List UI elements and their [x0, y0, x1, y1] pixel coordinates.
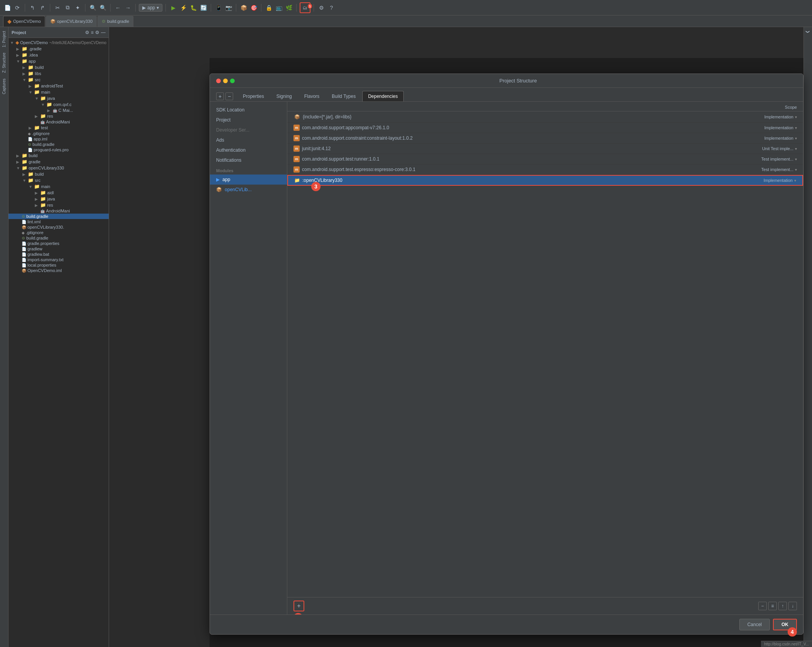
panel-collapse-icon[interactable]: —	[101, 30, 106, 35]
tab-opencvlibrary[interactable]: 📦 openCVLibrary330	[46, 16, 97, 27]
side-tab-captures[interactable]: Captures	[1, 76, 7, 97]
tree-item-opencvlib-main[interactable]: ▼ 📁 main	[9, 183, 109, 190]
toolbar-icon-copy[interactable]: ⧉	[63, 3, 72, 12]
tree-item-buildgradle-app[interactable]: ⚙ build.gradle	[9, 142, 109, 147]
tab-properties[interactable]: Properties	[237, 91, 270, 101]
dep-scope-0[interactable]: Implementation ▾	[739, 115, 797, 119]
dialog-maximize-btn[interactable]	[230, 79, 235, 83]
toolbar-icon-forward[interactable]: →	[124, 3, 132, 12]
toolbar-icon-settings[interactable]: ⚙	[317, 3, 326, 12]
tree-root[interactable]: ▼ ◆ OpenCVDemo ~/IntelliJIEADemo/OpenCVD…	[9, 39, 109, 46]
tree-item-localprop[interactable]: 📄 local.properties	[9, 262, 109, 268]
toolbar-icon-pkg[interactable]: 📦	[239, 3, 248, 12]
tree-item-opencvlib[interactable]: ▼ 📁 openCVLibrary330	[9, 165, 109, 171]
tree-item-idea[interactable]: ▶ 📁 .idea	[9, 52, 109, 58]
toolbar-icon-search1[interactable]: 🔍	[89, 3, 97, 12]
toolbar-icon-cut[interactable]: ✂	[53, 3, 62, 12]
nav-notifications[interactable]: Notifications	[210, 155, 287, 165]
tree-item-res[interactable]: ▶ 📁 res	[9, 113, 109, 119]
dep-row-6[interactable]: 📁 :openCVLibrary330 Implementation ▾ 3	[287, 175, 803, 186]
tree-item-opencvlib-build[interactable]: ▶ 📁 build	[9, 171, 109, 177]
tree-item-aidl[interactable]: ▶ 📁 aidl	[9, 190, 109, 196]
tree-item-lintxml[interactable]: 📄 lint.xml	[9, 219, 109, 224]
toolbar-run-btn[interactable]: ▶	[169, 3, 177, 12]
bottom-add-dependency-btn[interactable]: +	[293, 601, 304, 611]
tree-item-gradle-hidden[interactable]: ▶ 📁 .gradle	[9, 46, 109, 52]
toolbar-icon-sync[interactable]: ⟳	[13, 3, 22, 12]
tree-item-gradlew[interactable]: 📄 gradlew	[9, 246, 109, 252]
dialog-add-btn[interactable]: +	[216, 92, 224, 100]
bottom-nav-up-btn[interactable]: −	[758, 602, 767, 610]
tree-item-test[interactable]: ▶ 📁 test	[9, 125, 109, 131]
dialog-close-btn[interactable]	[216, 79, 221, 83]
toolbar-lightning-btn[interactable]: ⚡	[179, 3, 188, 12]
tab-build-types[interactable]: Build Types	[326, 91, 362, 101]
dep-row-3[interactable]: m junit:junit:4.12 Unit Test imple... ▾	[287, 144, 803, 154]
dep-scope-6[interactable]: Implementation ▾	[738, 178, 796, 183]
app-selector[interactable]: ▶ app ▾	[139, 4, 162, 12]
nav-authentication[interactable]: Authentication	[210, 145, 287, 155]
tree-item-app[interactable]: ▼ 📁 app	[9, 58, 109, 64]
dep-row-5[interactable]: m com.android.support.test.espresso:espr…	[287, 164, 803, 175]
nav-ads[interactable]: Ads	[210, 135, 287, 145]
toolbar-icon-lock[interactable]: 🔒	[264, 3, 273, 12]
dep-scope-2[interactable]: Implementation ▾	[739, 136, 797, 140]
bottom-nav-down-btn[interactable]: ≡	[768, 602, 777, 610]
dep-scope-3[interactable]: Unit Test imple... ▾	[739, 146, 797, 151]
tree-item-opencvlib-src[interactable]: ▼ 📁 src	[9, 177, 109, 183]
toolbar-reload-btn[interactable]: 🔄	[199, 3, 208, 12]
toolbar-icon-target[interactable]: 🎯	[249, 3, 258, 12]
toolbar-device-btn[interactable]: 📱	[214, 3, 223, 12]
tree-item-src[interactable]: ▼ 📁 src	[9, 77, 109, 83]
toolbar-camera-btn[interactable]: 📷	[224, 3, 233, 12]
nav-module-app[interactable]: ▶ app	[210, 175, 287, 185]
toolbar-icon-search2[interactable]: 🔍	[99, 3, 107, 12]
toolbar-icon-file[interactable]: 📄	[3, 3, 12, 12]
tree-item-appiml[interactable]: 📄 app.iml	[9, 136, 109, 142]
tree-item-opencvdemo-iml[interactable]: 📦 OpenCVDemo.iml	[9, 268, 109, 273]
toolbar-icon-back[interactable]: ←	[114, 3, 122, 12]
toolbar-icon-monitor[interactable]: 📺	[275, 3, 283, 12]
tree-item-build1[interactable]: ▶ 📁 build	[9, 64, 109, 70]
tree-item-gradleprop[interactable]: 📄 gradle.properties	[9, 241, 109, 246]
nav-sdk-location[interactable]: SDK Location	[210, 105, 287, 115]
tree-item-proguard[interactable]: 📄 proguard-rules.pro	[9, 147, 109, 152]
tree-item-buildgradle-root[interactable]: ⚙ build.gradle	[9, 214, 109, 219]
side-tab-structure[interactable]: Z: Structure	[1, 50, 7, 75]
tree-item-buildgradle2[interactable]: ⚙ build.gradle	[9, 235, 109, 241]
dialog-remove-btn[interactable]: −	[225, 92, 233, 100]
tab-signing[interactable]: Signing	[271, 91, 298, 101]
toolbar-icon-paste[interactable]: ✦	[73, 3, 82, 12]
tab-flavors[interactable]: Flavors	[299, 91, 325, 101]
tree-item-gradlewbat[interactable]: 📄 gradlew.bat	[9, 252, 109, 257]
tree-item-java[interactable]: ▼ 📁 java	[9, 95, 109, 101]
tree-item-main[interactable]: ▼ 📁 main	[9, 89, 109, 95]
tree-item-gradle-root[interactable]: ▶ 📁 gradle	[9, 159, 109, 165]
tree-item-com[interactable]: ▼ 📁 com.qxf.c	[9, 101, 109, 108]
side-tab-project[interactable]: 1: Project	[1, 29, 7, 50]
tab-opencvdemo[interactable]: ◆ OpenCVDemo	[3, 16, 45, 27]
tree-item-opencvlib-java[interactable]: ▶ 📁 java	[9, 196, 109, 202]
tree-item-opencvlib-iml[interactable]: 📦 openCVLibrary330.	[9, 224, 109, 230]
panel-settings-icon[interactable]: ⚙	[95, 30, 99, 35]
nav-developer-ser[interactable]: Developer Ser...	[210, 125, 287, 135]
toolbar-debug-btn[interactable]: 🐛	[189, 3, 198, 12]
bottom-nav-move-down-btn[interactable]: ↓	[788, 602, 797, 610]
tree-item-libs[interactable]: ▶ 📁 libs	[9, 70, 109, 77]
tree-item-androidtest[interactable]: ▶ 📁 androidTest	[9, 83, 109, 89]
dep-row-4[interactable]: m com.android.support.test:runner:1.0.1 …	[287, 154, 803, 164]
tree-item-importsummary[interactable]: 📄 import-summary.txt	[9, 257, 109, 262]
side-tab-right-structure[interactable]: ❯	[805, 27, 811, 36]
tree-item-opencvlib-manifest[interactable]: 🤖 AndroidMani	[9, 208, 109, 214]
tree-item-androidmanifest[interactable]: 🤖 AndroidMani	[9, 119, 109, 125]
cancel-button[interactable]: Cancel	[739, 619, 770, 630]
dep-scope-5[interactable]: Test implement... ▾	[739, 167, 797, 172]
dep-scope-4[interactable]: Test implement... ▾	[739, 157, 797, 161]
nav-project[interactable]: Project	[210, 115, 287, 125]
panel-filter-icon[interactable]: ≡	[91, 30, 94, 35]
dep-scope-1[interactable]: Implementation ▾	[739, 125, 797, 130]
tree-item-gitignore2[interactable]: ◆ .gitignore	[9, 230, 109, 235]
bottom-nav-move-up-btn[interactable]: ↑	[778, 602, 787, 610]
dep-row-0[interactable]: 📦 {include=[*.jar], dir=libs} Implementa…	[287, 111, 803, 123]
tree-item-main-activity[interactable]: ▶ 🤖 C Mai...	[9, 108, 109, 113]
